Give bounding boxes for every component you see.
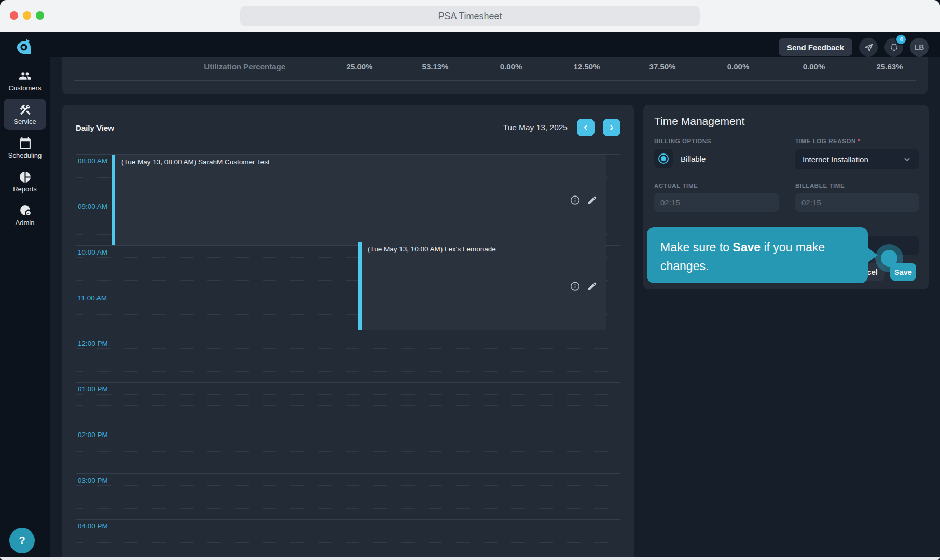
svg-text:e: e [27, 211, 29, 214]
tools-icon [19, 103, 32, 116]
people-icon [19, 69, 32, 82]
time-label: 04:00 PM [78, 522, 108, 530]
quarter-hour-line [76, 531, 620, 531]
actual-time-input[interactable] [654, 193, 779, 212]
sidebar-item-label: Customers [9, 84, 42, 92]
calendar-hour-row[interactable]: 03:00 PM [76, 473, 620, 519]
quarter-hour-line [76, 440, 620, 440]
sidebar-nav: Customers Service Scheduling Reports e A… [0, 57, 50, 560]
help-button[interactable]: ? [9, 528, 35, 553]
billable-time-field-wrap [795, 193, 919, 212]
utilization-values: 25.00%53.13%0.00%12.50%37.50%0.00%0.00%2… [322, 62, 928, 71]
send-button[interactable] [859, 38, 878, 57]
billable-radio-label: Billable [681, 155, 706, 163]
quarter-hour-line [76, 451, 620, 452]
tour-beacon[interactable] [875, 244, 903, 272]
quarter-hour-line [76, 405, 620, 406]
next-day-button[interactable] [603, 119, 620, 136]
billing-options-label: BILLING OPTIONS [654, 138, 779, 144]
sidebar-item-label: Reports [13, 185, 37, 193]
date-navigation: Tue May 13, 2025 [503, 119, 620, 136]
time-label: 03:00 PM [78, 477, 108, 484]
time-label: 11:00 AM [78, 294, 107, 302]
utilization-value: 0.00% [473, 62, 549, 71]
calendar-event[interactable]: (Tue May 13, 10:00 AM) Lex's Lemonade [358, 242, 606, 330]
utilization-value: 53.13% [397, 62, 473, 71]
daily-view-title: Daily View [76, 123, 114, 132]
minimize-window-button[interactable] [23, 11, 31, 20]
info-icon[interactable] [570, 281, 580, 291]
calendar-hour-row[interactable]: 02:00 PM [76, 428, 620, 473]
chevron-right-icon [607, 123, 616, 132]
billable-time-label: BILLABLE TIME [795, 183, 919, 189]
quarter-hour-line [76, 542, 620, 543]
utilization-value: 0.00% [776, 62, 852, 71]
time-label: 08:00 AM [78, 157, 107, 165]
traffic-lights [10, 11, 44, 20]
pie-chart-icon [19, 171, 32, 184]
edit-icon[interactable] [587, 194, 598, 205]
topnav-actions: Send Feedback 4 LB [779, 38, 929, 57]
send-feedback-button[interactable]: Send Feedback [779, 38, 852, 56]
utilization-value: 25.63% [852, 62, 928, 71]
calendar-hour-row[interactable]: 12:00 PM [76, 337, 620, 382]
edit-icon[interactable] [587, 281, 598, 291]
quarter-hour-line [76, 394, 620, 395]
billing-options-group: Billable [654, 149, 779, 168]
window-bottom-edge [0, 557, 940, 560]
time-column-separator [110, 154, 110, 560]
calendar-event[interactable]: (Tue May 13, 08:00 AM) SarahM Customer T… [112, 155, 606, 245]
daily-view-header: Daily View Tue May 13, 2025 [62, 118, 634, 137]
quarter-hour-line [76, 417, 620, 417]
time-label: 10:00 AM [78, 248, 107, 256]
zoom-window-button[interactable] [36, 11, 44, 20]
billable-radio[interactable] [654, 149, 673, 168]
previous-day-button[interactable] [577, 119, 595, 136]
sidebar-item-service[interactable]: Service [4, 99, 46, 130]
actual-time-label: ACTUAL TIME [654, 183, 779, 189]
select-value: Internet Installation [803, 155, 868, 164]
utilization-panel: Utilization Percentage 25.00%53.13%0.00%… [62, 57, 928, 94]
billable-time-input[interactable] [795, 193, 919, 212]
sidebar-item-reports[interactable]: Reports [4, 166, 46, 197]
sidebar-item-label: Admin [16, 219, 35, 227]
time-label: 12:00 PM [78, 340, 108, 347]
utilization-divider [74, 80, 916, 81]
radio-dot [661, 156, 666, 161]
time-log-reason-select[interactable]: Internet Installation [795, 149, 919, 169]
event-title: (Tue May 13, 08:00 AM) SarahM Customer T… [115, 155, 606, 170]
utilization-value: 25.00% [322, 62, 397, 71]
sidebar-item-label: Service [13, 118, 36, 125]
quarter-hour-line [76, 463, 620, 463]
chevron-left-icon [582, 123, 590, 132]
admin-icon: e [19, 204, 32, 217]
sidebar-item-label: Scheduling [8, 151, 42, 159]
notifications-button[interactable]: 4 [884, 38, 903, 57]
utilization-row: Utilization Percentage 25.00%53.13%0.00%… [62, 60, 928, 73]
macos-titlebar: PSA Timesheet [0, 0, 940, 32]
app-logo-icon[interactable] [15, 37, 33, 56]
tour-beacon-dot [881, 250, 897, 267]
quarter-hour-line [76, 485, 620, 486]
utilization-value: 12.50% [549, 62, 625, 71]
quarter-hour-line [76, 348, 620, 349]
calendar-icon [19, 137, 32, 150]
event-actions [570, 194, 598, 205]
current-date-label: Tue May 13, 2025 [503, 123, 568, 132]
daily-view-panel: Daily View Tue May 13, 2025 08:00 AM09:0… [62, 105, 634, 560]
quarter-hour-line [76, 371, 620, 372]
info-icon[interactable] [570, 194, 580, 205]
time-label: 09:00 AM [78, 203, 107, 211]
calendar-hour-row[interactable]: 04:00 PM [76, 519, 620, 560]
close-window-button[interactable] [10, 11, 18, 20]
sidebar-item-admin[interactable]: e Admin [4, 200, 46, 231]
time-label: 01:00 PM [78, 385, 108, 393]
tooltip-bold-text: Save [732, 241, 761, 254]
calendar-hour-row[interactable]: 01:00 PM [76, 382, 620, 428]
sidebar-item-scheduling[interactable]: Scheduling [4, 132, 46, 163]
tour-tooltip: Make sure to Save if you make changes. [647, 227, 868, 283]
user-avatar[interactable]: LB [910, 38, 929, 57]
notification-badge: 4 [895, 34, 907, 45]
sidebar-item-customers[interactable]: Customers [4, 65, 46, 96]
paper-plane-icon [864, 43, 874, 52]
